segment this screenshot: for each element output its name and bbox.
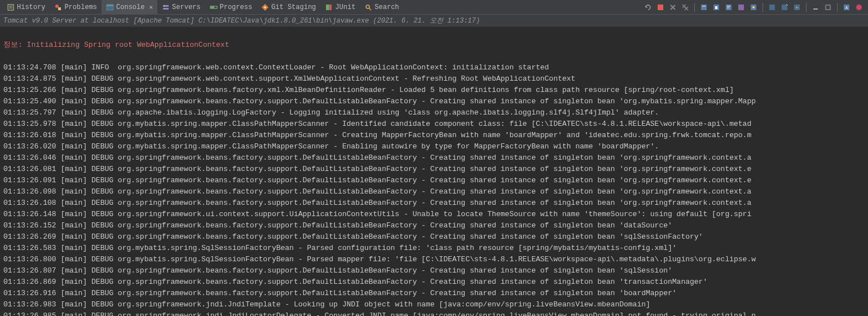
log-line: 01:13:26.985 [main] DEBUG org.springfram…	[3, 310, 865, 316]
log-line: 01:13:25.797 [main] DEBUG org.apache.iba…	[3, 107, 865, 118]
ansi-toggle-icon[interactable]: A	[842, 3, 851, 12]
log-line: 01:13:25.266 [main] DEBUG org.springfram…	[3, 85, 865, 96]
log-line: 01:13:26.081 [main] DEBUG org.springfram…	[3, 164, 865, 175]
svg-rect-32	[769, 5, 775, 10]
svg-rect-17	[658, 5, 663, 10]
tab-label: JUnit	[335, 3, 355, 11]
console-toolbar: + A	[644, 3, 868, 12]
tab-progress[interactable]: Progress	[205, 0, 257, 15]
tab-label: Servers	[172, 3, 200, 11]
servers-icon	[162, 3, 170, 11]
tab-label: History	[17, 3, 45, 11]
log-line: 정보: Initializing Spring root WebApplicat…	[3, 40, 865, 51]
log-line: 01:13:26.018 [main] DEBUG org.mybatis.sp…	[3, 130, 865, 141]
tab-problems[interactable]: Problems	[50, 0, 102, 15]
log-line: 01:13:25.490 [main] DEBUG org.springfram…	[3, 96, 865, 107]
svg-text:+: +	[796, 5, 799, 10]
word-wrap-icon[interactable]	[724, 3, 733, 12]
tab-console[interactable]: Console ✕	[102, 0, 157, 15]
progress-icon	[210, 3, 218, 11]
git-icon	[261, 3, 269, 11]
junit-icon	[325, 3, 333, 11]
log-line: 01:13:26.046 [main] DEBUG org.springfram…	[3, 152, 865, 164]
minimize-icon[interactable]	[811, 3, 820, 12]
svg-rect-24	[701, 5, 707, 10]
view-tabbar: History Problems Console ✕ Servers Progr…	[0, 0, 868, 15]
svg-rect-37	[826, 5, 830, 10]
svg-rect-29	[738, 5, 744, 10]
history-icon	[7, 3, 15, 11]
divider	[763, 3, 763, 12]
show-when-write-icon[interactable]	[737, 3, 746, 12]
terminate-icon[interactable]	[656, 3, 665, 12]
log-line: 01:13:26.800 [main] DEBUG org.mybatis.sp…	[3, 254, 865, 265]
tab-label: Problems	[64, 3, 97, 11]
close-icon[interactable]: ✕	[149, 3, 153, 11]
problems-icon	[54, 3, 62, 11]
remove-all-icon[interactable]	[681, 3, 690, 12]
tab-junit[interactable]: JUnit	[320, 0, 360, 15]
log-line: 01:13:26.108 [main] DEBUG org.springfram…	[3, 198, 865, 209]
new-console-icon[interactable]: +	[792, 3, 801, 12]
display-selected-icon[interactable]	[768, 3, 777, 12]
refresh-icon[interactable]	[644, 3, 653, 12]
log-line: 01:13:25.978 [main] DEBUG org.mybatis.sp…	[3, 118, 865, 130]
svg-rect-13	[326, 5, 329, 10]
svg-rect-11	[210, 6, 214, 8]
svg-point-40	[856, 5, 862, 10]
tab-search[interactable]: Search	[360, 0, 403, 15]
log-line: 01:13:24.708 [main] INFO org.springframe…	[3, 62, 865, 73]
log-line: 01:13:26.152 [main] DEBUG org.springfram…	[3, 220, 865, 231]
log-line: 01:13:24.875 [main] DEBUG org.springfram…	[3, 73, 865, 85]
tab-history[interactable]: History	[2, 0, 50, 15]
svg-point-31	[752, 6, 755, 8]
log-line: 01:13:26.807 [main] DEBUG org.springfram…	[3, 265, 865, 276]
svg-rect-0	[8, 5, 14, 10]
remove-launch-icon[interactable]	[668, 3, 677, 12]
search-icon	[364, 3, 372, 11]
log-line: 01:13:26.983 [main] DEBUG org.springfram…	[3, 299, 865, 310]
log-line: 01:13:26.098 [main] DEBUG org.springfram…	[3, 186, 865, 198]
tab-servers[interactable]: Servers	[157, 0, 205, 15]
pin-console-icon[interactable]	[749, 3, 758, 12]
log-line: 01:13:26.091 [main] DEBUG org.springfram…	[3, 175, 865, 186]
divider	[806, 3, 807, 12]
clear-console-icon[interactable]	[699, 3, 708, 12]
tab-label: Git Staging	[271, 3, 316, 11]
scroll-lock-icon[interactable]	[712, 3, 721, 12]
log-line: 01:13:26.020 [main] DEBUG org.mybatis.sp…	[3, 141, 865, 152]
svg-rect-14	[329, 5, 332, 10]
console-icon	[106, 3, 114, 11]
svg-point-15	[366, 5, 369, 8]
ansi-color-icon[interactable]	[854, 3, 863, 12]
tab-label: Search	[374, 3, 399, 11]
divider	[694, 3, 695, 12]
maximize-icon[interactable]	[823, 3, 832, 12]
svg-rect-33	[782, 5, 787, 10]
svg-point-9	[164, 5, 165, 6]
svg-rect-6	[107, 5, 113, 6]
svg-rect-8	[163, 8, 169, 10]
tab-label: Console	[116, 3, 144, 11]
log-line: 01:13:26.148 [main] DEBUG org.springfram…	[3, 209, 865, 220]
console-process-label: Tomcat v9.0 Server at localhost [Apache …	[0, 15, 868, 27]
tab-git-staging[interactable]: Git Staging	[257, 0, 320, 15]
svg-rect-4	[58, 7, 61, 10]
tab-label: Progress	[220, 3, 253, 11]
console-output[interactable]: 정보: Initializing Spring root WebApplicat…	[0, 27, 868, 316]
svg-rect-36	[813, 8, 818, 10]
divider	[837, 3, 838, 12]
log-line: 01:13:26.583 [main] DEBUG org.mybatis.sp…	[3, 243, 865, 254]
open-console-icon[interactable]	[780, 3, 789, 12]
log-line: 01:13:26.869 [main] DEBUG org.springfram…	[3, 276, 865, 288]
svg-point-12	[265, 6, 266, 8]
log-line: 01:13:26.916 [main] DEBUG org.springfram…	[3, 288, 865, 299]
svg-line-16	[369, 8, 372, 10]
svg-rect-28	[726, 5, 732, 10]
log-line: 01:13:26.269 [main] DEBUG org.springfram…	[3, 231, 865, 243]
svg-rect-27	[715, 6, 717, 9]
